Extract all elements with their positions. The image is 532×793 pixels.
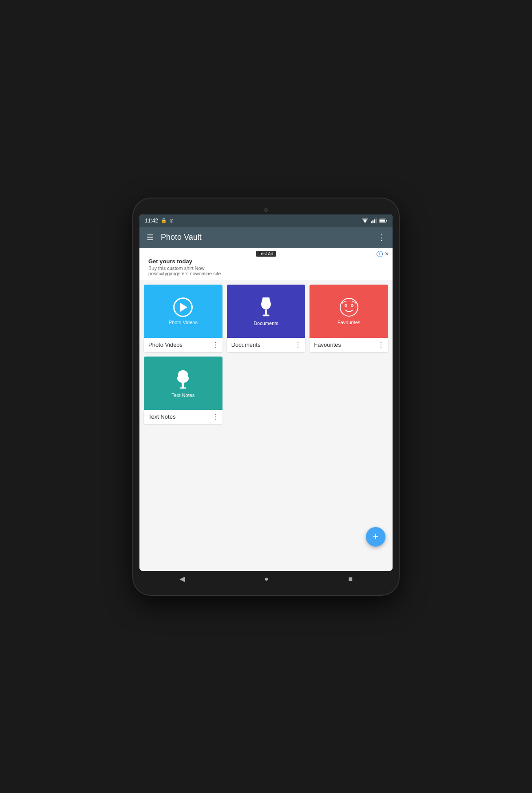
grid-item-documents[interactable]: Documents Documents ⋮ [227, 285, 306, 352]
svg-rect-6 [386, 220, 387, 222]
status-left: 11:42 🔒 ◎ [145, 218, 174, 224]
main-grid: Photo Videos Photo Videos ⋮ [144, 285, 388, 352]
text-notes-label: Text Notes [148, 413, 175, 420]
svg-rect-7 [380, 219, 385, 222]
text-notes-thumb-label: Text Notes [171, 393, 195, 398]
recent-apps-button[interactable]: ■ [340, 572, 362, 586]
documents-footer: Documents ⋮ [227, 338, 306, 352]
photo-videos-more-icon[interactable]: ⋮ [212, 341, 219, 349]
second-row-grid: Text Notes Text Notes ⋮ [144, 357, 388, 424]
photo-videos-thumb-label: Photo Videos [169, 320, 198, 325]
hamburger-menu-icon[interactable]: ☰ [145, 231, 155, 244]
favourites-more-icon[interactable]: ⋮ [377, 341, 385, 349]
camera-dot [264, 208, 268, 212]
svg-rect-4 [376, 218, 377, 223]
tablet-device: 11:42 🔒 ◎ [133, 198, 399, 595]
svg-point-14 [351, 305, 353, 306]
goblet-icon [259, 297, 273, 318]
svg-rect-3 [374, 219, 375, 223]
location-icon: ◎ [170, 218, 174, 223]
tree-icon [175, 369, 191, 390]
text-notes-footer: Text Notes ⋮ [144, 410, 222, 424]
ad-banner: Test Ad Get yours today Buy this custom … [139, 248, 393, 280]
documents-more-icon[interactable]: ⋮ [294, 341, 302, 349]
face-icon [339, 297, 359, 317]
tablet-top-bar [139, 206, 393, 214]
wifi-icon [361, 218, 369, 223]
documents-label: Documents [231, 341, 261, 348]
ad-content: Get yours today Buy this custom shirt No… [148, 258, 221, 276]
ad-subtitle: Buy this custom shirt Nowpositivitygangs… [148, 266, 221, 276]
svg-rect-9 [263, 314, 270, 316]
svg-rect-18 [180, 387, 187, 389]
status-right [361, 218, 387, 223]
grid-item-favourites[interactable]: Favourites Favourites ⋮ [310, 285, 388, 352]
play-circle-icon [173, 297, 193, 317]
text-notes-more-icon[interactable]: ⋮ [212, 413, 219, 420]
back-button[interactable]: ◀ [171, 572, 194, 586]
favourites-thumb-label: Favourites [337, 320, 360, 325]
grid-item-photo-videos[interactable]: Photo Videos Photo Videos ⋮ [144, 285, 222, 352]
signal-icon [371, 218, 377, 223]
ad-info-icon[interactable]: i [377, 251, 383, 257]
svg-point-0 [365, 222, 365, 223]
svg-point-16 [177, 374, 189, 383]
ad-label: Test Ad [256, 251, 276, 257]
documents-thumb-label: Documents [254, 321, 278, 326]
svg-point-10 [340, 298, 358, 316]
tablet-screen: 11:42 🔒 ◎ [139, 214, 393, 571]
favourites-label: Favourites [314, 341, 341, 348]
battery-icon [379, 218, 387, 223]
home-button[interactable]: ● [255, 572, 278, 586]
app-title: Photo Vault [161, 233, 370, 242]
grid-item-text-notes[interactable]: Text Notes Text Notes ⋮ [144, 357, 222, 424]
photo-videos-footer: Photo Videos ⋮ [144, 338, 222, 352]
status-time: 11:42 [145, 218, 158, 224]
favourites-thumb: Favourites [310, 285, 388, 338]
lock-icon: 🔒 [161, 218, 167, 223]
status-bar: 11:42 🔒 ◎ [139, 214, 393, 227]
ad-close-icon[interactable]: ✕ [385, 251, 389, 257]
ad-title: Get yours today [148, 258, 221, 265]
svg-point-13 [345, 305, 346, 306]
ad-close[interactable]: i ✕ [377, 251, 389, 257]
photo-videos-thumb: Photo Videos [144, 285, 222, 338]
svg-rect-2 [373, 220, 374, 223]
documents-thumb: Documents [227, 285, 306, 338]
fab-add-button[interactable]: + [366, 527, 385, 547]
text-notes-thumb: Text Notes [144, 357, 222, 410]
main-content: Photo Videos Photo Videos ⋮ [139, 280, 393, 571]
svg-rect-1 [371, 221, 372, 223]
app-bar: ☰ Photo Vault ⋮ [139, 227, 393, 248]
svg-rect-8 [265, 309, 267, 314]
play-triangle [180, 303, 187, 312]
more-options-icon[interactable]: ⋮ [376, 231, 387, 244]
favourites-footer: Favourites ⋮ [310, 338, 388, 352]
bottom-nav: ◀ ● ■ [139, 571, 393, 587]
photo-videos-label: Photo Videos [148, 341, 183, 348]
